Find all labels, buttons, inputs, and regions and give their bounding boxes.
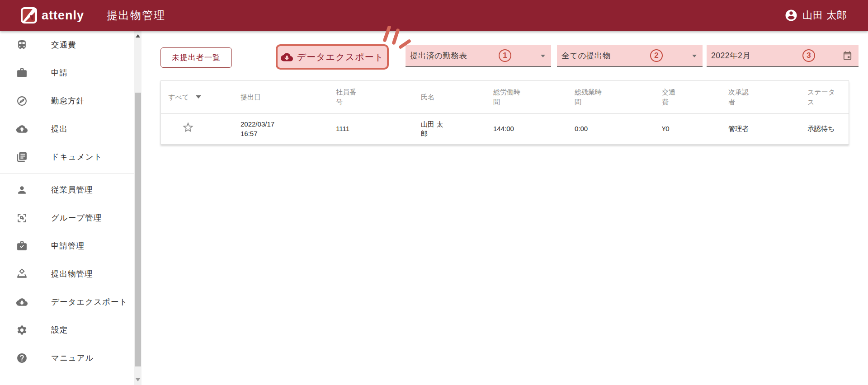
col-header-submitted-date: 提出日 xyxy=(233,81,329,113)
sidebar-item-label: データエクスポート xyxy=(51,296,127,307)
cloud-download-icon xyxy=(281,51,293,63)
favorite-star-icon[interactable] xyxy=(182,121,194,134)
sidebar-item-label: 申請管理 xyxy=(51,240,85,251)
briefcase-icon xyxy=(16,67,28,79)
emphasis-strokes xyxy=(376,26,415,56)
month-picker-field[interactable]: 2022年2月 3 xyxy=(707,45,859,67)
cell-next-approver: 管理者 xyxy=(721,113,800,144)
chevron-down-icon xyxy=(692,55,697,57)
sidebar-item-transport[interactable]: 交通費 xyxy=(0,31,134,59)
col-header-name: 氏名 xyxy=(414,81,486,113)
export-button-label: データエクスポート xyxy=(297,51,384,63)
col-header-total-overtime: 総残業時間 xyxy=(567,81,655,113)
gear-icon xyxy=(16,324,28,336)
brand-logo[interactable]: attenly xyxy=(20,6,84,24)
chevron-down-icon xyxy=(541,55,545,57)
documents-icon xyxy=(16,151,28,163)
page-title: 提出物管理 xyxy=(107,8,165,23)
briefcase-check-icon xyxy=(16,240,28,252)
scrollbar-down-arrow[interactable] xyxy=(136,378,140,381)
sidebar-item-label: 提出 xyxy=(51,123,68,134)
step-badge-1: 1 xyxy=(499,49,511,62)
sidebar-item-label: 従業員管理 xyxy=(51,184,93,195)
sidebar-item-application-management[interactable]: 申請管理 xyxy=(0,232,134,260)
sidebar-item-label: ドキュメント xyxy=(51,151,102,162)
scrollbar-thumb[interactable] xyxy=(135,93,141,366)
user-name: 山田 太郎 xyxy=(802,9,847,22)
scrollbar-up-arrow[interactable] xyxy=(136,34,140,38)
col-header-employee-no: 社員番号 xyxy=(329,81,414,113)
user-menu[interactable]: 山田 太郎 xyxy=(784,9,847,22)
account-circle-icon xyxy=(784,9,798,22)
sidebar-item-application[interactable]: 申請 xyxy=(0,59,134,87)
sidebar-item-data-export[interactable]: データエクスポート xyxy=(0,288,134,316)
compass-icon xyxy=(16,95,28,107)
select-value: 全ての提出物 xyxy=(561,50,611,61)
attenly-logo-icon xyxy=(20,6,38,24)
table-row[interactable]: 2022/03/17 16:57 1111 山田 太郎 144:00 0:00 … xyxy=(161,113,849,144)
col-header-status: ステータス xyxy=(800,81,849,113)
submission-tray-icon xyxy=(16,268,28,280)
cell-name: 山田 太郎 xyxy=(414,113,486,144)
sidebar-item-group-management[interactable]: グループ管理 xyxy=(0,204,134,232)
train-icon xyxy=(16,39,28,51)
month-value: 2022年2月 xyxy=(711,50,750,61)
sidebar-item-settings[interactable]: 設定 xyxy=(0,316,134,344)
cell-submitted-date: 2022/03/17 16:57 xyxy=(233,113,329,144)
unsubmitted-list-button[interactable]: 未提出者一覧 xyxy=(160,47,232,68)
cloud-upload-icon xyxy=(16,123,28,135)
cell-total-overtime: 0:00 xyxy=(567,113,655,144)
sidebar-item-label: 設定 xyxy=(51,324,68,335)
col-header-transport: 交通費 xyxy=(655,81,721,113)
sidebar-divider xyxy=(0,173,134,174)
cloud-download-icon xyxy=(16,296,28,308)
sidebar-item-attendance-policy[interactable]: 勤怠方針 xyxy=(0,87,134,115)
sidebar-item-label: 勤怠方針 xyxy=(51,95,85,106)
col-header-next-approver: 次承認者 xyxy=(721,81,800,113)
table-header-row: すべて 提出日 社員番号 氏名 総労働時間 総残業時間 交通費 次承認者 ステー… xyxy=(161,81,849,113)
select-all-dropdown[interactable]: すべて xyxy=(168,92,233,102)
group-frame-icon xyxy=(16,212,28,224)
select-value: 提出済の勤務表 xyxy=(410,50,467,61)
sidebar-item-label: 交通費 xyxy=(51,39,76,50)
sidebar: 交通費 申請 勤怠方針 提出 ドキュメント 従業員管理 グループ管理 xyxy=(0,31,142,385)
cell-employee-no: 1111 xyxy=(329,113,414,144)
cell-total-work: 144:00 xyxy=(486,113,567,144)
brand-wordmark: attenly xyxy=(42,9,84,23)
sidebar-item-label: マニュアル xyxy=(51,352,94,363)
cell-transport: ¥0 xyxy=(655,113,721,144)
sidebar-item-label: 申請 xyxy=(51,67,68,78)
submission-scope-select[interactable]: 全ての提出物 2 xyxy=(557,45,703,67)
sidebar-item-label: 提出物管理 xyxy=(51,268,93,279)
sidebar-item-submit[interactable]: 提出 xyxy=(0,115,134,143)
submission-type-select[interactable]: 提出済の勤務表 1 xyxy=(406,45,551,67)
col-header-total-work: 総労働時間 xyxy=(486,81,567,113)
sidebar-item-manual[interactable]: マニュアル xyxy=(0,344,134,372)
sidebar-item-documents[interactable]: ドキュメント xyxy=(0,143,134,171)
sidebar-scrollbar[interactable] xyxy=(134,31,142,385)
sidebar-item-label: グループ管理 xyxy=(51,212,102,223)
submissions-table: すべて 提出日 社員番号 氏名 総労働時間 総残業時間 交通費 次承認者 ステー… xyxy=(160,80,849,145)
main-content: 未提出者一覧 データエクスポート 提出済の勤務表 1 全ての提出物 2 2022… xyxy=(142,31,868,385)
app-header: attenly 提出物管理 山田 太郎 xyxy=(0,0,868,31)
step-badge-2: 2 xyxy=(650,49,663,62)
sidebar-item-employee-management[interactable]: 従業員管理 xyxy=(0,176,134,204)
step-badge-3: 3 xyxy=(802,49,815,62)
calendar-icon[interactable] xyxy=(842,51,853,61)
sidebar-item-submission-management[interactable]: 提出物管理 xyxy=(0,260,134,288)
person-icon xyxy=(16,184,28,196)
cell-status: 承認待ち xyxy=(800,113,849,144)
select-all-label: すべて xyxy=(168,92,189,102)
help-icon xyxy=(16,352,28,364)
data-export-button[interactable]: データエクスポート xyxy=(276,44,389,70)
chevron-down-icon xyxy=(196,95,201,99)
